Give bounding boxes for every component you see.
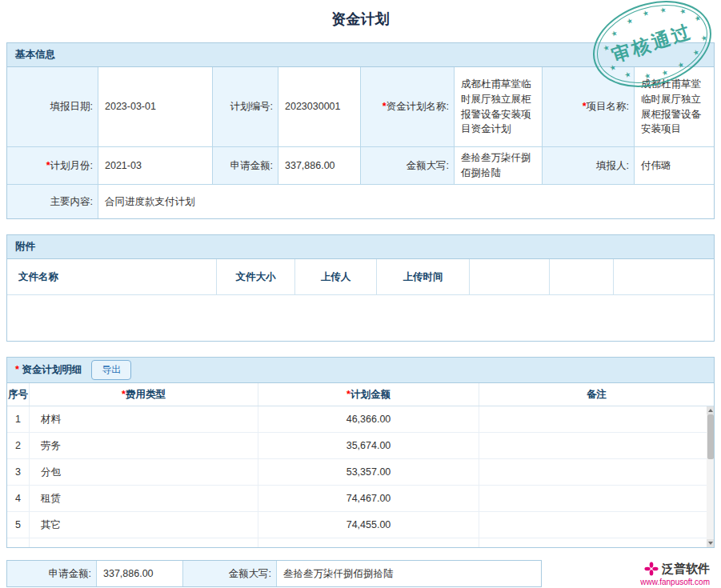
row-note — [479, 538, 707, 547]
row-amount — [258, 538, 479, 547]
details-header-no: 序号 — [7, 383, 30, 406]
basic-info-section-title: 基本信息 — [7, 43, 714, 67]
scroll-up-button[interactable] — [707, 406, 714, 414]
apply-amount-label: 申请金额: — [213, 147, 278, 185]
star-icon — [611, 30, 619, 38]
row-type: 分包 — [30, 459, 258, 485]
table-row: 1 材料 46,366.00 — [7, 406, 707, 433]
apply-amount-value: 337,886.00 — [278, 147, 361, 185]
basic-info-section: 基本信息 填报日期: 2023-03-01 计划编号: 2023030001 资… — [6, 42, 715, 219]
attachments-header-filename: 文件名称 — [7, 259, 217, 295]
export-button[interactable]: 导出 — [91, 360, 131, 380]
details-table-body: 1 材料 46,366.00 2 劳务 35,674.00 3 分包 53,35… — [7, 406, 714, 547]
row-type: 租赁 — [30, 486, 258, 511]
details-header-note: 备注 — [479, 383, 714, 406]
row-note — [479, 512, 707, 538]
attachments-header-filesize: 文件大小 — [217, 259, 295, 295]
amount-caps-value: 叁拾叁万柒仟捌佰捌拾陆 — [455, 147, 543, 185]
row-no: 4 — [7, 486, 30, 511]
row-note — [479, 486, 707, 511]
row-no: 5 — [7, 512, 30, 538]
details-header-amount: 计划金额 — [258, 383, 479, 406]
plan-month-label: 计划月份: — [7, 147, 98, 185]
table-row: 2 劳务 35,674.00 — [7, 433, 707, 459]
attachments-header-empty — [550, 259, 614, 295]
row-no: 3 — [7, 459, 30, 485]
vendor-url[interactable]: www.fanpusoft.com — [640, 578, 710, 586]
row-note — [479, 406, 707, 432]
row-amount: 74,467.00 — [258, 486, 479, 511]
vendor-name: 泛普软件 — [662, 562, 710, 577]
row-no — [7, 538, 30, 547]
amount-caps-label: 金额大写: — [361, 147, 455, 185]
attachments-header-empty — [614, 259, 714, 295]
table-row: 3 分包 53,357.00 — [7, 459, 707, 486]
scroll-down-button[interactable] — [707, 539, 714, 547]
plan-no-label: 计划编号: — [213, 67, 278, 147]
row-note — [479, 459, 707, 485]
fill-date-label: 填报日期: — [7, 67, 98, 147]
details-header-bar: 资金计划明细 导出 — [7, 358, 714, 383]
row-type: 其它 — [30, 512, 258, 538]
footer-caps-value: 叁拾叁万柒仟捌佰捌拾陆 — [277, 561, 541, 586]
table-row: 5 其它 74,455.00 — [7, 512, 707, 538]
row-no: 1 — [7, 406, 30, 432]
footer-apply-amount-label: 申请金额: — [7, 561, 97, 586]
attachments-header-uploader: 上传人 — [295, 259, 377, 295]
plan-name-label: 资金计划名称: — [361, 67, 455, 147]
details-section: 资金计划明细 导出 序号 费用类型 计划金额 备注 1 材料 46,366.00… — [6, 357, 715, 548]
plan-no-value: 2023030001 — [278, 67, 361, 147]
row-type — [30, 538, 258, 547]
details-section-title: 资金计划明细 — [15, 363, 82, 377]
row-type: 劳务 — [30, 433, 258, 458]
row-no: 2 — [7, 433, 30, 458]
plan-name-value: 成都杜甫草堂临时展厅独立展柜报警设备安装项目资金计划 — [455, 67, 543, 147]
star-icon — [700, 34, 708, 43]
vendor-logo[interactable]: 泛普软件 www.fanpusoft.com — [640, 562, 715, 586]
page: 资金计划 审核通过 基本信息 填报日期: 2023-03-01 计划编 — [0, 0, 721, 588]
attachments-empty-body — [7, 295, 714, 341]
page-title: 资金计划 — [6, 10, 715, 29]
project-name-value: 成都杜甫草堂临时展厅独立展柜报警设备安装项目 — [635, 67, 714, 147]
basic-info-table: 填报日期: 2023-03-01 计划编号: 2023030001 资金计划名称… — [7, 67, 714, 218]
attachments-header-empty — [470, 259, 550, 295]
details-header-type: 费用类型 — [30, 383, 258, 406]
pinwheel-logo-icon — [644, 562, 659, 576]
row-type: 材料 — [30, 406, 258, 432]
plan-month-value: 2021-03 — [98, 147, 213, 185]
attachments-table-header: 文件名称 文件大小 上传人 上传时间 — [7, 259, 714, 295]
main-content-value: 合同进度款支付计划 — [98, 185, 714, 218]
row-amount: 53,357.00 — [258, 459, 479, 485]
row-amount: 74,455.00 — [258, 512, 479, 538]
footer-apply-amount-value: 337,886.00 — [97, 561, 183, 586]
filler-value: 付伟璐 — [635, 147, 714, 185]
attachments-section: 附件 文件名称 文件大小 上传人 上传时间 — [6, 234, 715, 342]
row-amount: 46,366.00 — [258, 406, 479, 432]
filler-label: 填报人: — [543, 147, 635, 185]
footer: 申请金额: 337,886.00 金额大写: 叁拾叁万柒仟捌佰捌拾陆 泛普软件 … — [6, 560, 715, 587]
fill-date-value: 2023-03-01 — [98, 67, 213, 147]
vertical-scrollbar[interactable] — [707, 406, 714, 547]
details-table-header: 序号 费用类型 计划金额 备注 — [7, 383, 714, 406]
footer-summary-table: 申请金额: 337,886.00 金额大写: 叁拾叁万柒仟捌佰捌拾陆 — [6, 560, 542, 587]
table-row-clipped — [7, 538, 707, 547]
footer-caps-label: 金额大写: — [183, 561, 277, 586]
row-amount: 35,674.00 — [258, 433, 479, 458]
row-note — [479, 433, 707, 458]
attachments-header-uploadtime: 上传时间 — [377, 259, 470, 295]
attachments-section-title: 附件 — [7, 235, 714, 259]
main-content-label: 主要内容: — [7, 185, 98, 218]
project-name-label: 项目名称: — [543, 67, 635, 147]
scrollbar-thumb[interactable] — [707, 414, 714, 459]
table-row: 4 租赁 74,467.00 — [7, 486, 707, 512]
